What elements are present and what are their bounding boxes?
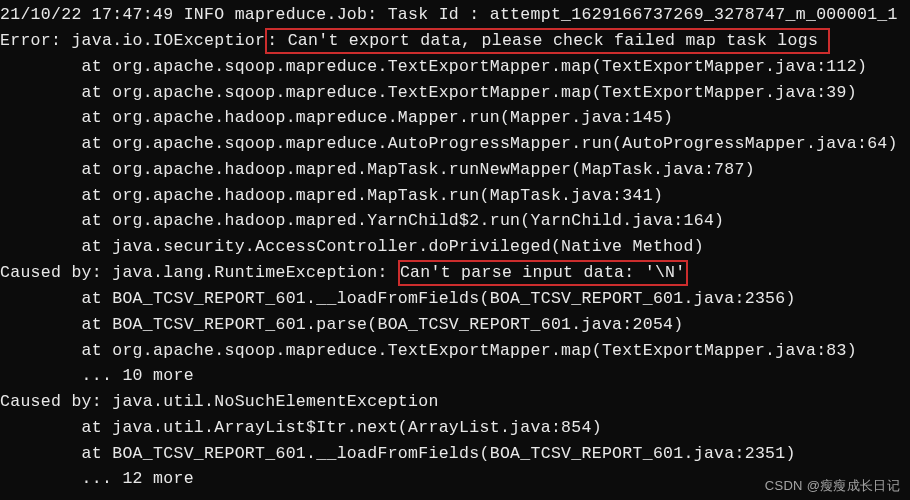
highlight-box-2: Can't parse input data: '\N' (398, 260, 688, 286)
highlight-box-1: : Can't export data, please check failed… (265, 28, 830, 54)
log-error-line: Error: java.io.IOExceptior: Can't export… (0, 28, 910, 54)
error-prefix: Error: java.io.IOExceptior (0, 31, 265, 50)
log-line: at java.security.AccessController.doPriv… (0, 234, 910, 260)
log-line: at BOA_TCSV_REPORT_601.__loadFromFields(… (0, 286, 910, 312)
log-line: 21/10/22 17:47:49 INFO mapreduce.Job: Ta… (0, 2, 910, 28)
log-line: at BOA_TCSV_REPORT_601.__loadFromFields(… (0, 441, 910, 467)
log-line: at org.apache.hadoop.mapred.MapTask.run(… (0, 183, 910, 209)
log-line: at org.apache.sqoop.mapreduce.AutoProgre… (0, 131, 910, 157)
log-cause-line: Caused by: java.util.NoSuchElementExcept… (0, 389, 910, 415)
log-line: at org.apache.hadoop.mapreduce.Mapper.ru… (0, 105, 910, 131)
log-line: at org.apache.sqoop.mapreduce.TextExport… (0, 80, 910, 106)
log-line: at org.apache.hadoop.mapred.MapTask.runN… (0, 157, 910, 183)
cause-prefix: Caused by: java.lang.RuntimeException: (0, 263, 398, 282)
log-line: at BOA_TCSV_REPORT_601.parse(BOA_TCSV_RE… (0, 312, 910, 338)
watermark: CSDN @瘦瘦成长日记 (765, 476, 900, 496)
log-line: ... 10 more (0, 363, 910, 389)
log-line: at org.apache.sqoop.mapreduce.TextExport… (0, 54, 910, 80)
log-cause-line: Caused by: java.lang.RuntimeException: C… (0, 260, 910, 286)
log-line: at java.util.ArrayList$Itr.next(ArrayLis… (0, 415, 910, 441)
log-line: at org.apache.sqoop.mapreduce.TextExport… (0, 338, 910, 364)
log-line: at org.apache.hadoop.mapred.YarnChild$2.… (0, 208, 910, 234)
